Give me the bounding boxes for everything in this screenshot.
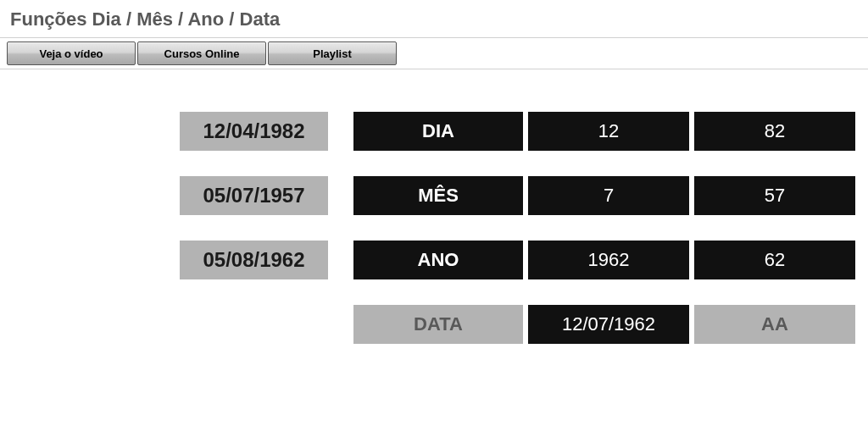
cell-input-date: 05/08/1962 [180,241,328,279]
button-bar: Veja o vídeo Cursos Online Playlist [0,38,868,69]
page-title: Funções Dia / Mês / Ano / Data [0,0,868,38]
cell-function-label: DIA [353,112,523,151]
cell-result-2: 62 [694,241,855,279]
cell-function-label: MÊS [353,176,523,215]
cell-footer-date: 12/07/1962 [528,305,689,344]
video-button[interactable]: Veja o vídeo [7,41,136,65]
cell-result-1: 12 [528,112,689,151]
playlist-button[interactable]: Playlist [268,41,397,65]
content-area: 12/04/1982 DIA 12 82 05/07/1957 MÊS 7 57… [0,69,868,344]
cursos-button[interactable]: Cursos Online [137,41,266,65]
table-row: 05/08/1962 ANO 1962 62 [180,241,868,279]
table-row: 05/07/1957 MÊS 7 57 [180,176,868,215]
cell-function-label: ANO [353,241,523,279]
table-row-footer: DATA 12/07/1962 AA [180,305,868,344]
cell-input-date: 05/07/1957 [180,176,328,215]
cell-footer-aa: AA [694,305,855,344]
cell-input-date: 12/04/1982 [180,112,328,151]
table-row: 12/04/1982 DIA 12 82 [180,112,868,151]
cell-result-2: 82 [694,112,855,151]
cell-footer-label: DATA [353,305,523,344]
cell-result-1: 7 [528,176,689,215]
cell-result-1: 1962 [528,241,689,279]
cell-result-2: 57 [694,176,855,215]
